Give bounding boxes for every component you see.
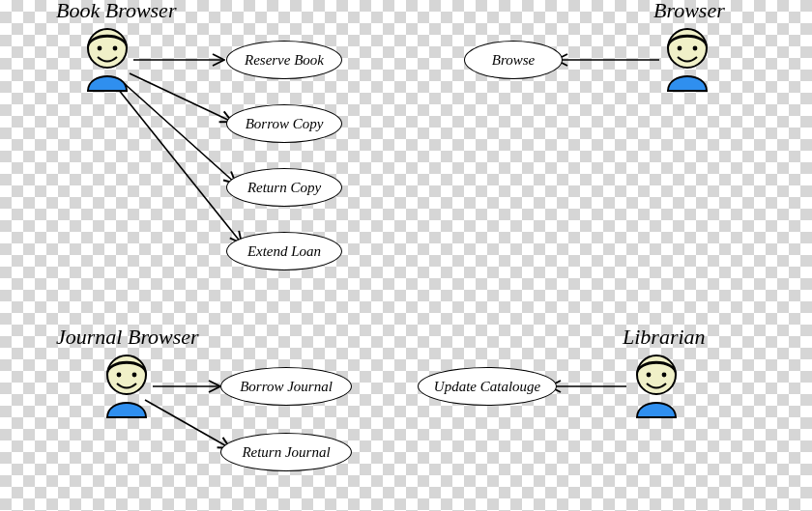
usecase-borrow-journal: Borrow Journal	[220, 367, 352, 406]
usecase-extend-loan: Extend Loan	[226, 232, 342, 270]
svg-line-3	[118, 89, 242, 243]
svg-line-6	[145, 400, 230, 448]
actor-label-book-browser: Book Browser	[56, 0, 176, 23]
svg-line-2	[124, 83, 236, 184]
svg-point-16	[132, 373, 137, 378]
usecase-return-copy: Return Copy	[226, 168, 342, 207]
svg-point-10	[113, 46, 118, 51]
usecase-return-journal: Return Journal	[220, 433, 352, 471]
actor-label-journal-browser: Journal Browser	[56, 325, 199, 350]
actor-label-librarian: Librarian	[623, 325, 706, 350]
actor-journal-browser-icon	[101, 352, 153, 419]
actor-label-browser: Browser	[653, 0, 725, 23]
svg-point-12	[678, 46, 682, 51]
usecase-browse: Browse	[464, 41, 563, 79]
actor-librarian-icon	[630, 352, 682, 419]
svg-point-9	[98, 46, 102, 51]
actor-book-browser-icon	[81, 25, 133, 93]
svg-point-19	[662, 373, 667, 378]
usecase-update-catalogue: Update Catalouge	[418, 367, 557, 406]
usecase-reserve-book: Reserve Book	[226, 41, 342, 79]
svg-point-13	[693, 46, 698, 51]
use-case-diagram: Book Browser Browser Journal Browser Lib…	[0, 0, 812, 511]
actor-browser-icon	[661, 25, 713, 93]
usecase-borrow-copy: Borrow Copy	[226, 104, 342, 143]
svg-point-18	[647, 373, 652, 378]
svg-line-1	[130, 73, 232, 122]
svg-point-15	[117, 373, 122, 378]
